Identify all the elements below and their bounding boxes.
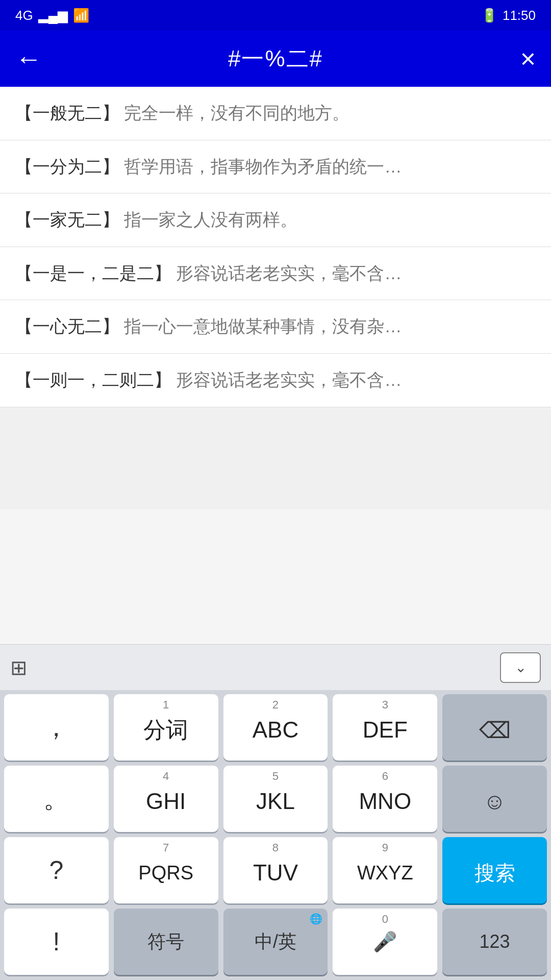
globe-icon: 🌐 [310,913,322,925]
key-mno[interactable]: 6 MNO [333,766,437,832]
period-label: 。 [43,782,69,816]
result-keyword-4: 【一是一，二是二】 [15,263,171,283]
comma-label: ， [43,710,69,745]
key-question[interactable]: ? [4,837,109,903]
key-symbol[interactable]: 符号 [114,909,218,975]
key-def[interactable]: 3 DEF [333,694,437,761]
results-list: 【一般无二】 完全一样，没有不同的地方。 【一分为二】 哲学用语，指事物作为矛盾… [0,87,551,644]
key-num-9: 9 [333,841,437,854]
emoji-icon: ☺ [483,789,506,814]
result-item-2[interactable]: 【一分为二】 哲学用语，指事物作为矛盾的统一… [0,140,551,194]
key-row-1: ， 1 分词 2 ABC 3 DEF ⌫ [4,694,547,761]
result-definition-4: 形容说话老老实实，毫不含… [176,263,402,283]
result-keyword-6: 【一则一，二则二】 [15,370,171,389]
key-row-2: 。 4 GHI 5 JKL 6 MNO ☺ [4,766,547,832]
col-pqrs: 7 PQRS 符号 [114,837,218,975]
key-123[interactable]: 123 [442,909,547,975]
key-pqrs[interactable]: 7 PQRS [114,837,218,903]
key-search-top[interactable]: 搜索 [442,837,547,903]
question-label: ? [49,855,63,885]
key-backspace[interactable]: ⌫ [442,694,547,761]
collapse-keyboard-button[interactable]: ⌄ [500,652,541,683]
result-keyword-3: 【一家无二】 [15,210,119,229]
result-keyword-5: 【一心无二】 [15,316,119,336]
collapse-icon: ⌄ [515,659,527,676]
col-right: 搜索 123 [442,837,547,975]
symbol-label: 符号 [147,929,184,954]
time-label: 11:50 [503,8,536,23]
key-num-2: 2 [223,698,328,712]
key-abc[interactable]: 2 ABC [223,694,328,761]
result-definition-6: 形容说话老老实实，毫不含… [176,370,402,389]
top-bar: ← #一%二# × [0,31,551,87]
result-item-3[interactable]: 【一家无二】 指一家之人没有两样。 [0,193,551,247]
battery-icon: 🔋 [481,8,497,23]
network-label: 4G [15,8,33,23]
def-label: DEF [363,717,408,743]
lang-label: 中/英 [255,929,296,954]
key-tuv[interactable]: 8 TUV [223,837,328,903]
mic-icon: 🎤 [373,930,397,953]
empty-content-area [0,407,551,509]
key-comma[interactable]: ， [4,694,109,761]
result-item-1[interactable]: 【一般无二】 完全一样，没有不同的地方。 [0,87,551,140]
key-emoji[interactable]: ☺ [442,766,547,832]
signal-icon: ▂▄▆ [38,8,68,23]
key-num-7: 7 [114,841,218,854]
punct-column: ? ! [4,837,109,975]
result-definition-3: 指一家之人没有两样。 [124,210,297,229]
key-zero-mic[interactable]: 0 🎤 [333,909,437,975]
key-num-8: 8 [223,841,328,854]
search-title: #一%二# [56,44,495,74]
tuv-label: TUV [253,860,298,886]
result-definition-2: 哲学用语，指事物作为矛盾的统一… [124,157,402,176]
col-tuv: 8 TUV 🌐 中/英 [223,837,328,975]
keyboard-keys: ， 1 分词 2 ABC 3 DEF ⌫ 。 4 [0,690,551,980]
key-num-5: 5 [223,770,328,783]
num-toggle-label: 123 [480,931,510,952]
wxyz-label: WXYZ [357,862,413,884]
pqrs-label: PQRS [138,862,193,884]
col-wxyz: 9 WXYZ 0 🎤 [333,837,437,975]
search-label-top: 搜索 [474,859,515,887]
key-lang[interactable]: 🌐 中/英 [223,909,328,975]
result-item-5[interactable]: 【一心无二】 指一心一意地做某种事情，没有杂… [0,300,551,354]
result-keyword-2: 【一分为二】 [15,157,119,176]
back-button[interactable]: ← [15,43,56,74]
key-period[interactable]: 。 [4,766,109,832]
status-bar: 4G ▂▄▆ 📶 🔋 11:50 [0,0,551,31]
result-keyword-1: 【一般无二】 [15,103,119,122]
key-fenci[interactable]: 1 分词 [114,694,218,761]
exclaim-label: ! [53,927,60,957]
key-exclaim[interactable]: ! [4,909,109,975]
ghi-label: GHI [146,789,186,814]
mno-label: MNO [359,789,411,814]
key-num-1: 1 [114,698,218,712]
keyboard-toolbar: ⊞ ⌄ [0,644,551,690]
close-button[interactable]: × [495,43,536,74]
key-ghi[interactable]: 4 GHI [114,766,218,832]
status-left: 4G ▂▄▆ 📶 [15,8,89,23]
key-row-3-4: ? ! 7 PQRS 符号 8 TUV [4,837,547,975]
wifi-icon: 📶 [73,8,89,23]
keyboard-container: ⊞ ⌄ ， 1 分词 2 ABC 3 DEF ⌫ [0,644,551,980]
key-num-6: 6 [333,770,437,783]
jkl-label: JKL [256,789,295,814]
result-item-4[interactable]: 【一是一，二是二】 形容说话老老实实，毫不含… [0,247,551,301]
abc-label: ABC [253,717,298,743]
key-jkl[interactable]: 5 JKL [223,766,328,832]
key-wxyz[interactable]: 9 WXYZ [333,837,437,903]
status-right: 🔋 11:50 [481,8,536,23]
grid-icon[interactable]: ⊞ [10,656,28,679]
backspace-icon: ⌫ [479,717,511,743]
key-num-0: 0 [333,913,437,926]
key-num-3: 3 [333,698,437,712]
result-definition-5: 指一心一意地做某种事情，没有杂… [124,316,402,336]
key-num-4: 4 [114,770,218,783]
result-definition-1: 完全一样，没有不同的地方。 [124,103,349,122]
result-item-6[interactable]: 【一则一，二则二】 形容说话老老实实，毫不含… [0,354,551,407]
fenci-label: 分词 [143,715,188,745]
